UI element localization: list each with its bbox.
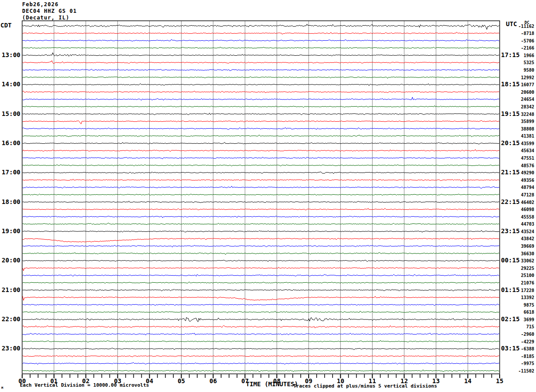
trace-row xyxy=(23,216,499,218)
trace-row xyxy=(23,260,499,262)
trace-row xyxy=(23,304,499,306)
x-axis-title: TIME (MINUTES) xyxy=(246,380,298,388)
trace-row xyxy=(23,362,499,365)
trace-row xyxy=(23,127,499,130)
trace-row xyxy=(23,194,499,195)
trace-row xyxy=(23,238,499,242)
trace-row xyxy=(23,157,499,159)
trace-row xyxy=(23,274,499,277)
trace-row xyxy=(23,120,499,124)
plot-frame xyxy=(22,21,500,374)
trace-row xyxy=(23,84,499,86)
trace-row xyxy=(23,267,499,271)
trace-row xyxy=(23,135,499,137)
trace-row xyxy=(23,231,499,233)
trace-row xyxy=(23,91,499,93)
trace-row xyxy=(23,142,499,145)
trace-row xyxy=(23,53,499,56)
trace-row xyxy=(23,165,499,166)
trace-row xyxy=(23,201,499,203)
trace-row xyxy=(23,208,499,210)
trace-row xyxy=(23,77,499,78)
trace-row xyxy=(23,32,499,35)
trace-row xyxy=(23,150,499,151)
trace-row xyxy=(23,289,499,292)
helicorder-page: Feb26,2026 DEC04 HHZ GS 01 (Decatur, IL)… xyxy=(0,0,536,392)
trace-row xyxy=(23,296,499,300)
trace-row xyxy=(23,348,499,350)
trace-row xyxy=(23,106,499,108)
trace-row xyxy=(23,317,499,322)
trace-row xyxy=(23,179,499,181)
trace-row xyxy=(23,61,499,64)
trace-row xyxy=(23,223,499,225)
trace-row xyxy=(23,186,499,188)
trace-row xyxy=(23,113,499,115)
clipping-note: Traces clipped at plus/minus 5 vertical … xyxy=(293,383,437,389)
trace-row xyxy=(23,47,499,49)
trace-row xyxy=(23,172,499,173)
trace-row xyxy=(23,333,499,335)
trace-row xyxy=(23,311,499,313)
helicorder-plot xyxy=(0,0,536,392)
trace-row xyxy=(23,24,499,30)
trace-row xyxy=(23,245,499,247)
trace-row xyxy=(23,39,499,41)
vertical-scale-note: Each Vertical Division = 10000.00 microv… xyxy=(20,382,149,388)
trace-row xyxy=(23,282,499,284)
trace-row xyxy=(23,370,499,372)
trace-row xyxy=(23,325,499,328)
trace-row xyxy=(23,253,499,255)
corner-watermark: M xyxy=(1,386,3,390)
trace-row xyxy=(23,340,499,342)
trace-row xyxy=(23,69,499,71)
trace-row xyxy=(23,355,499,357)
trace-row xyxy=(23,97,499,100)
